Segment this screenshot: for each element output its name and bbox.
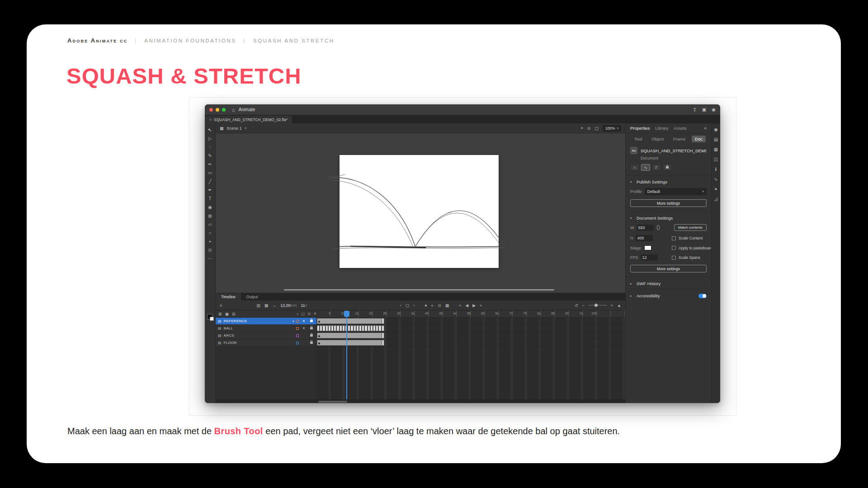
profile-icon[interactable]: ◉ (712, 107, 716, 112)
edit-multiple-frames-icon[interactable]: ▦ (445, 303, 449, 308)
layer-lock-toggle[interactable] (309, 320, 314, 322)
fps-field[interactable]: 12 (641, 254, 658, 261)
layer-visibility-toggle[interactable]: ✕ (301, 319, 307, 323)
layer-lock-toggle[interactable] (309, 327, 314, 329)
accessibility-header[interactable]: ▸ Accessibility (626, 289, 711, 301)
canvas-horizontal-scrollbar[interactable] (284, 289, 554, 291)
fit-timeline-icon[interactable]: ▲ (617, 303, 621, 308)
keyframe-span[interactable] (317, 325, 384, 331)
stage-icon[interactable]: ▦ (220, 126, 224, 131)
height-field[interactable]: 400 (636, 235, 653, 241)
home-icon[interactable]: ⌂ (232, 107, 235, 113)
document-settings-header[interactable]: ▾ Document Settings (626, 211, 711, 223)
accessibility-toggle[interactable] (698, 294, 707, 298)
frame-span[interactable] (317, 318, 384, 324)
profile-select[interactable]: Default ▾ (645, 188, 707, 195)
lock-toggle-button[interactable] (663, 164, 672, 171)
timeline-zoom-in-icon[interactable]: + (611, 303, 613, 308)
publish-settings-header[interactable]: ▾ Publish Settings (626, 175, 711, 187)
layer-color-chip[interactable] (296, 334, 299, 337)
current-frame-display[interactable]: 11F (301, 303, 307, 308)
layer-row-floor[interactable]: ▤ FLOOR (216, 339, 316, 347)
visibility-column-icon[interactable]: ⊙ (308, 312, 311, 316)
arc-toggle-button[interactable]: ∩ (630, 164, 639, 171)
pen-tool[interactable]: ✒ (206, 186, 215, 194)
snap-magnet-tool[interactable]: ∩ (206, 229, 215, 237)
layer-visibility-toggle[interactable]: ✕ (301, 326, 307, 330)
delete-layer-button[interactable]: ⊟ (232, 312, 236, 316)
rectangle-tool[interactable]: ▭ (206, 169, 215, 177)
color-swatches[interactable] (207, 314, 212, 319)
frame-rate-display[interactable]: 12,00FPS (280, 303, 297, 308)
selection-tool[interactable]: ↖ (206, 126, 215, 134)
outline-column-icon[interactable]: ▢ (302, 312, 305, 316)
minimize-window-button[interactable] (216, 108, 219, 112)
ink-bottle-tool[interactable]: ◍ (206, 211, 215, 220)
publish-more-settings-button[interactable]: More settings (630, 199, 707, 207)
step-back-icon[interactable]: ‹ (400, 303, 401, 308)
more-tools-button[interactable]: ⋯ (206, 254, 215, 263)
subtab-object[interactable]: Object (648, 136, 667, 142)
corner-toggle-button[interactable]: Γ (652, 164, 661, 171)
play-button[interactable]: ▶ (472, 303, 476, 308)
transform-panel-icon[interactable]: ◿ (714, 197, 718, 202)
layer-name[interactable]: FLOOR (224, 341, 294, 345)
timeline-zoom-out-icon[interactable]: − (582, 303, 585, 308)
scene-breadcrumb[interactable]: Scene 1 (227, 126, 242, 131)
frame-row-arcs[interactable] (317, 332, 625, 339)
panel-menu-icon[interactable]: ≡ (704, 126, 707, 131)
layer-lock-toggle[interactable] (309, 342, 314, 344)
new-folder-button[interactable]: ▣ (225, 312, 229, 316)
document-tab[interactable]: × SQUASH_AND_STRETCH_DEMO_02.fla* (205, 116, 292, 123)
step-forward-icon[interactable]: › (413, 303, 415, 308)
brush-tool[interactable]: ✎ (206, 151, 215, 160)
auto-keyframe-icon[interactable]: → (272, 303, 276, 308)
tab-assets[interactable]: Assets (674, 126, 687, 131)
highlight-column-icon[interactable]: • (297, 312, 298, 316)
insert-frame-icon[interactable]: ▥ (256, 303, 260, 308)
pencil-tool[interactable]: ✏ (206, 160, 215, 169)
frame-grid[interactable] (317, 318, 625, 399)
stage-color-swatch[interactable] (644, 245, 651, 250)
layer-name[interactable]: REFERENCE (224, 319, 291, 323)
zoom-level-control[interactable]: 100% ▾ (603, 125, 621, 131)
preview-eye-icon[interactable]: ⊙ (587, 126, 591, 131)
tab-timeline[interactable]: Timeline (216, 293, 241, 300)
paint-bucket-tool[interactable]: ◉ (206, 203, 215, 211)
onion-skin-icon[interactable]: ● (425, 303, 427, 308)
workspace-icon[interactable]: ▣ (702, 107, 706, 112)
tab-library[interactable]: Library (655, 126, 668, 131)
scrollbar-thumb[interactable] (318, 401, 347, 403)
layer-lock-toggle[interactable] (309, 334, 314, 337)
timeline-menu-icon[interactable]: ≡ (220, 303, 222, 308)
center-playhead-icon[interactable]: ▢ (406, 303, 410, 308)
grid-panel-icon[interactable]: ▦ (714, 147, 718, 152)
apply-to-pasteboard-checkbox[interactable] (672, 246, 676, 250)
layer-name[interactable]: BALL (224, 326, 294, 330)
scene-caret-icon[interactable]: ▾ (245, 127, 247, 130)
history-panel-icon[interactable]: ∿ (714, 177, 717, 182)
frame-span[interactable] (317, 340, 384, 346)
effects-panel-icon[interactable]: ✦ (714, 187, 717, 192)
clip-icon[interactable]: ▢ (594, 126, 599, 131)
swap-panel-icon[interactable]: ◫ (714, 157, 718, 162)
info-panel-icon[interactable]: ℹ (715, 167, 717, 172)
subselection-tool[interactable]: ▷ (206, 134, 215, 143)
new-layer-button[interactable]: ⊞ (218, 312, 222, 316)
zoom-tool[interactable]: ⊙ (206, 246, 215, 254)
eraser-tool[interactable]: ▱ (206, 220, 215, 229)
timeline-horizontal-scrollbar[interactable] (216, 399, 625, 403)
subtab-doc[interactable]: Doc (692, 136, 706, 142)
text-tool[interactable]: T (206, 194, 215, 203)
frame-row-floor[interactable] (317, 339, 625, 347)
canvas-pasteboard[interactable] (216, 133, 625, 293)
center-stage-icon[interactable]: ⌖ (581, 126, 583, 131)
insert-keyframe-icon[interactable]: ▦ (264, 303, 269, 308)
line-tool[interactable]: ╱ (206, 177, 215, 186)
scale-content-checkbox[interactable] (672, 236, 676, 240)
frame-ruler[interactable]: 5 10 1s 20 25 30 3s 40 45 4s (317, 310, 625, 317)
link-dimensions-icon[interactable] (657, 225, 660, 230)
close-window-button[interactable] (209, 108, 213, 112)
reset-timeline-zoom-icon[interactable]: ↺ (575, 303, 578, 308)
layer-row-reference[interactable]: ▤ REFERENCE • ✕ (216, 318, 316, 325)
